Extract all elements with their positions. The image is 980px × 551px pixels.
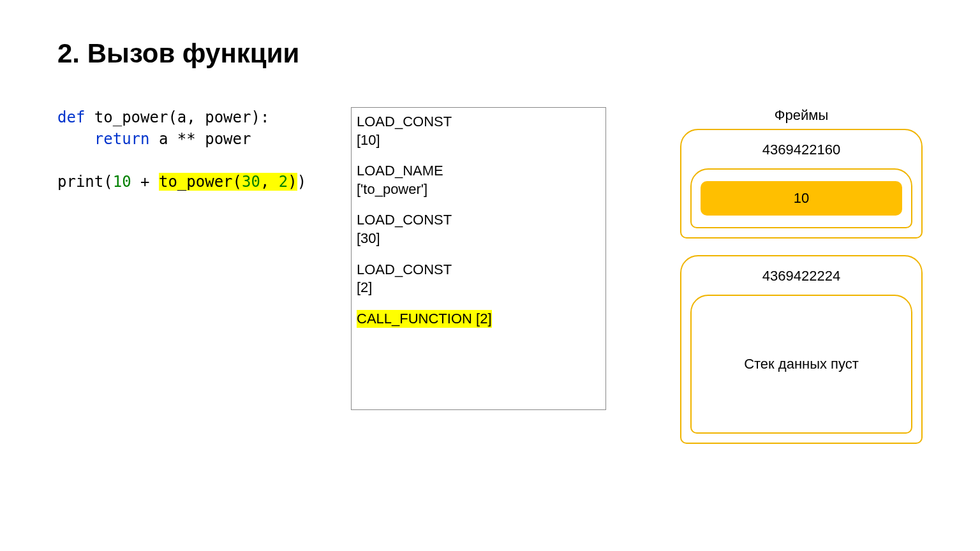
frame-id: 4369422224 xyxy=(690,268,912,284)
bytecode-op: LOAD_CONST xyxy=(357,211,600,230)
code-num-30: 30 xyxy=(242,173,260,191)
slide-title: 2. Вызов функции xyxy=(57,38,923,69)
code-highlight-call: to_power(30, 2) xyxy=(159,173,297,191)
code-indent xyxy=(57,130,94,148)
frames-column: Фреймы 4369422160 10 4369422224 Стек дан… xyxy=(680,107,923,460)
code-block: def to_power(a, power): return a ** powe… xyxy=(57,107,325,193)
frame-outer: 4369422224 Стек данных пуст xyxy=(680,255,923,444)
bytecode-arg: [2] xyxy=(357,279,600,297)
bytecode-arg: [30] xyxy=(357,230,600,248)
code-plus: + xyxy=(131,173,159,191)
code-num-2: 2 xyxy=(279,173,288,191)
bytecode-op: LOAD_CONST xyxy=(357,113,600,131)
code-column: def to_power(a, power): return a ** powe… xyxy=(57,107,325,193)
frame-outer: 4369422160 10 xyxy=(680,129,923,239)
bytecode-arg: ['to_power'] xyxy=(357,180,600,199)
frames-label: Фреймы xyxy=(680,107,923,124)
code-close: ) xyxy=(288,173,297,191)
code-call-name: to_power( xyxy=(159,173,242,191)
frame-stack: 10 xyxy=(690,168,912,228)
bytecode-arg: [10] xyxy=(357,131,600,150)
bytecode-op-highlighted: CALL_FUNCTION [2] xyxy=(357,310,492,328)
code-line1-rest: to_power(a, power): xyxy=(85,108,269,126)
code-num-10: 10 xyxy=(113,173,131,191)
stack-empty-text: Стек данных пуст xyxy=(701,305,902,423)
code-print: print( xyxy=(57,173,113,191)
kw-return: return xyxy=(94,130,150,148)
code-line2-rest: a ** power xyxy=(150,130,251,148)
frame-stack: Стек данных пуст xyxy=(690,295,912,434)
bytecode-column: LOAD_CONST [10] LOAD_NAME ['to_power'] L… xyxy=(351,107,606,410)
bytecode-op: LOAD_NAME xyxy=(357,162,600,180)
kw-def: def xyxy=(57,108,85,126)
code-comma: , xyxy=(260,173,279,191)
bytecode-op: LOAD_CONST xyxy=(357,261,600,279)
stack-item: 10 xyxy=(701,181,902,216)
frame-id: 4369422160 xyxy=(690,142,912,158)
code-outer-close: ) xyxy=(297,173,306,191)
bytecode-box: LOAD_CONST [10] LOAD_NAME ['to_power'] L… xyxy=(351,107,606,410)
